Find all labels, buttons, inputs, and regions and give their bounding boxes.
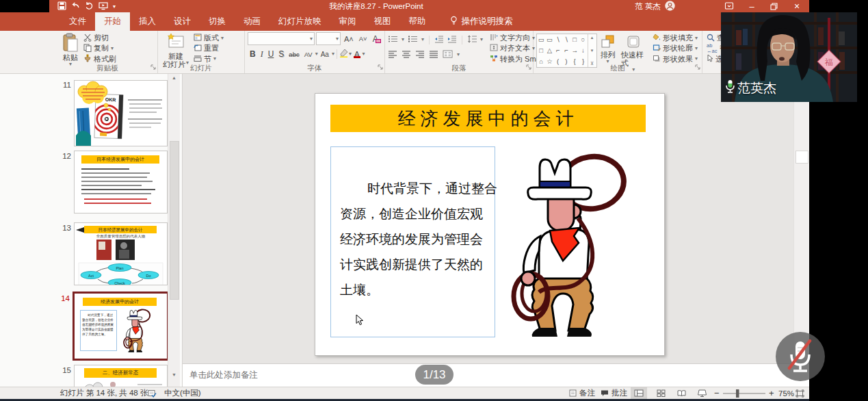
shape-fill-button[interactable]: 形状填充▾ [651, 33, 699, 43]
edit-area-scrollbar[interactable] [793, 74, 809, 363]
underline-button[interactable]: U [266, 49, 276, 59]
tell-me-search[interactable]: 操作说明搜索 [450, 12, 513, 31]
restore-button[interactable] [767, 0, 780, 12]
shape-rect-icon[interactable]: □ [573, 36, 577, 43]
character-spacing-button[interactable]: AV [302, 51, 315, 58]
view-slideshow-button[interactable] [694, 387, 710, 399]
view-reading-button[interactable] [673, 387, 689, 399]
zoom-slider[interactable] [722, 387, 766, 399]
shape-elbow2-icon[interactable]: ⌐ [564, 47, 568, 54]
shape-arrow-right-icon[interactable]: → [571, 47, 578, 54]
arrange-button[interactable]: 排列▾ [599, 34, 618, 64]
zoom-in-button[interactable]: + [769, 387, 774, 399]
shape-effects-button[interactable]: 形状效果▾ [651, 54, 699, 64]
view-normal-button[interactable] [631, 387, 647, 399]
format-painter-button[interactable]: 格式刷 [82, 54, 118, 64]
slide-thumbnail-15[interactable]: 二、经济新常态 [74, 365, 168, 387]
align-left-icon[interactable] [388, 49, 397, 61]
slide-body-text-box[interactable]: 时代背景下，通过整合 资源，创造企业价值宏观 经济环境的发展为管理会 计实践创新… [330, 146, 495, 337]
justify-icon[interactable] [429, 49, 438, 61]
close-button[interactable]: × [790, 0, 804, 12]
slide-thumbnail-13[interactable]: Plan Act Do Check 日本经济发展中的会计 全面质量管理思想的代表… [74, 222, 168, 285]
slide-thumbnail-11[interactable]: OKR [74, 80, 168, 146]
tab-slideshow[interactable]: 幻灯片放映 [269, 12, 330, 31]
copy-button[interactable]: 复制▾ [82, 43, 118, 53]
change-case-button[interactable]: Aa [319, 51, 331, 58]
shape-outline-button[interactable]: 形状轮廓▾ [651, 43, 699, 53]
pane-scrollbar-thumb[interactable] [170, 141, 179, 300]
shape-arrow-line-icon[interactable]: ∖ [564, 36, 568, 43]
numbering-icon[interactable] [408, 34, 418, 46]
tab-home[interactable]: 开始 [95, 12, 130, 31]
shapes-gallery[interactable]: ▭▭∖∖□○ □△⌐⌐→↓ ⌂☆(){} ▴▾⊻ [536, 34, 597, 68]
tab-help[interactable]: 帮助 [400, 12, 435, 31]
italic-button[interactable]: I [259, 49, 265, 60]
clipboard-dialog-launcher-icon[interactable] [150, 60, 156, 73]
strikethrough-button[interactable]: abc [287, 51, 301, 58]
tab-animations[interactable]: 动画 [235, 12, 269, 31]
cowboy-clipart[interactable] [509, 153, 628, 337]
quick-styles-button[interactable]: 快速样式▾ [619, 34, 648, 64]
shrink-font-icon[interactable]: A˅ [357, 35, 369, 42]
bullets-icon[interactable] [388, 34, 398, 46]
layout-button[interactable]: 版式▾ [192, 33, 225, 43]
font-name-combobox[interactable]: ▾ [248, 32, 315, 45]
fit-to-window-icon[interactable] [795, 387, 804, 399]
slide-title-shape[interactable]: 经济发展中的会计 [330, 105, 646, 132]
new-slide-button[interactable]: 新建 幻灯片▾ [161, 32, 191, 64]
shape-triangle-icon[interactable]: △ [547, 47, 552, 54]
font-dialog-launcher-icon[interactable] [378, 60, 383, 73]
reset-button[interactable]: 重置 [192, 43, 225, 53]
shape-line-icon[interactable]: ∖ [556, 36, 560, 43]
minimize-button[interactable]: – [745, 0, 759, 12]
highlight-color-icon[interactable] [339, 48, 348, 60]
language-indicator[interactable]: 中文(中国) [164, 387, 201, 399]
paste-button[interactable]: 粘贴▾ [60, 32, 81, 64]
shapes-scroll-up-icon[interactable]: ▴ [591, 35, 594, 40]
shape-textbox2-icon[interactable]: ▭ [547, 36, 553, 43]
notes-pane[interactable]: 单击此处添加备注 [183, 363, 809, 387]
tab-insert[interactable]: 插入 [130, 12, 165, 31]
pane-scrollbar[interactable]: ▲ ▼ [168, 74, 180, 387]
account-area[interactable]: 范 英杰 [635, 0, 675, 12]
pane-scroll-up-icon[interactable]: ▲ [168, 75, 180, 80]
font-color-button[interactable]: A [352, 50, 362, 58]
slide-thumbnail-14-selected[interactable]: 经济发展中的会计 时代背景下，通过整合资源，创造企业价值宏观经济环境的发展为管理… [73, 292, 169, 361]
shapes-scroll-down-icon[interactable]: ▾ [591, 48, 594, 53]
mic-muted-button[interactable] [776, 332, 825, 381]
clear-formatting-icon[interactable]: A [371, 34, 380, 44]
font-size-combobox[interactable]: ▾ [316, 32, 341, 45]
tab-review[interactable]: 审阅 [330, 12, 365, 31]
ribbon-display-options-icon[interactable] [724, 0, 734, 12]
pane-scroll-down-icon[interactable]: ▼ [168, 372, 180, 377]
webcam-overlay[interactable]: 福 范英杰 [721, 12, 857, 102]
tab-file[interactable]: 文件 [60, 12, 95, 31]
decrease-indent-icon[interactable] [434, 34, 444, 46]
view-sorter-button[interactable] [653, 387, 669, 399]
zoom-out-button[interactable]: − [714, 387, 720, 399]
grow-font-icon[interactable]: A˄ [342, 35, 356, 43]
line-spacing-icon[interactable] [467, 34, 477, 46]
paragraph-dialog-launcher-icon[interactable] [526, 60, 531, 73]
shape-textbox-icon[interactable]: ▭ [538, 36, 544, 43]
increase-indent-icon[interactable] [447, 34, 457, 46]
spellcheck-icon[interactable] [148, 387, 157, 399]
bold-button[interactable]: B [248, 49, 258, 59]
tab-transitions[interactable]: 切换 [200, 12, 235, 31]
columns-icon[interactable] [443, 49, 453, 61]
zoom-level[interactable]: 75% [778, 387, 794, 399]
tab-view[interactable]: 视图 [365, 12, 400, 31]
tab-design[interactable]: 设计 [165, 12, 200, 31]
comments-toggle[interactable]: 批注 [601, 387, 627, 399]
align-right-icon[interactable] [415, 49, 425, 61]
shape-rounded-rect-icon[interactable]: □ [539, 47, 543, 54]
slide-thumbnail-12[interactable]: 日本经济发展中的会计 [74, 151, 168, 214]
avatar[interactable] [665, 1, 675, 12]
shape-elbow-icon[interactable]: ⌐ [556, 47, 560, 54]
align-center-icon[interactable] [402, 49, 411, 61]
section-button[interactable]: 节▾ [192, 54, 225, 64]
text-shadow-button[interactable]: S [276, 49, 286, 59]
drawing-dialog-launcher-icon[interactable] [695, 60, 700, 73]
shape-oval-icon[interactable]: ○ [581, 36, 586, 43]
notes-toggle[interactable]: 备注 [569, 387, 595, 399]
